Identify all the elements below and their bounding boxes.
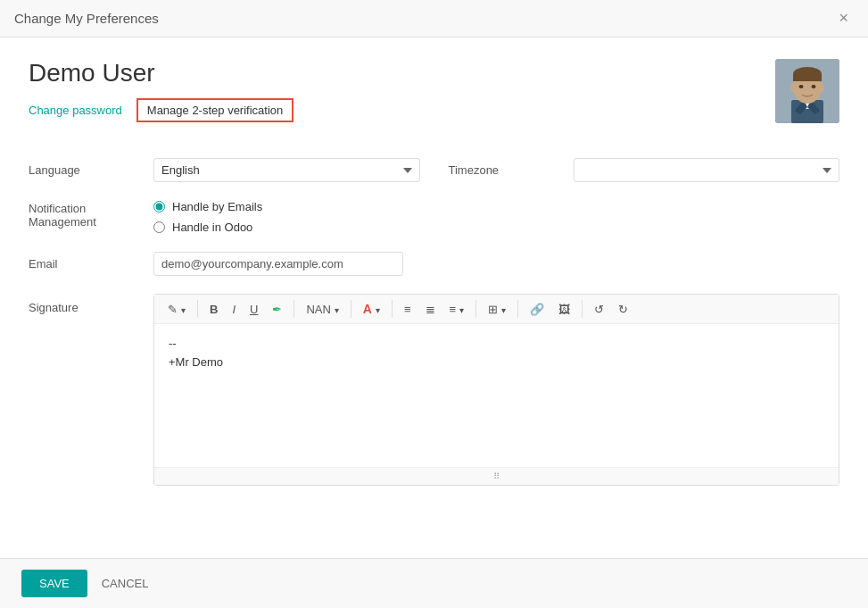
- timezone-label: Timezone: [449, 163, 574, 177]
- toolbar-separator-3: [351, 300, 351, 318]
- handle-emails-radio[interactable]: [153, 201, 165, 212]
- user-name: Demo User: [29, 59, 293, 87]
- timezone-select[interactable]: UTC US/Eastern US/Pacific Europe/London …: [574, 158, 840, 182]
- bold-button[interactable]: B: [203, 299, 224, 320]
- handle-odoo-option[interactable]: Handle in Odoo: [153, 221, 262, 234]
- nan-button[interactable]: NAN: [300, 299, 344, 320]
- editor-toolbar: ✎ B I U ✒ NAN: [154, 295, 839, 324]
- toolbar-separator-7: [582, 300, 583, 318]
- avatar-image: [775, 59, 839, 123]
- signature-label: Signature: [29, 294, 153, 314]
- modal-footer: SAVE CANCEL: [0, 558, 868, 608]
- timezone-col: Timezone UTC US/Eastern US/Pacific Europ…: [449, 158, 840, 182]
- language-timezone-row: Language English French German Spanish T…: [29, 158, 839, 182]
- toolbar-separator-5: [475, 300, 476, 318]
- font-color-chevron: [374, 303, 380, 316]
- handle-odoo-label: Handle in Odoo: [172, 221, 252, 234]
- action-links: Change password Manage 2-step verificati…: [29, 98, 293, 122]
- list-ol-button[interactable]: ≣: [419, 299, 442, 320]
- user-info: Demo User Change password Manage 2-step …: [29, 59, 293, 144]
- undo-button[interactable]: ↺: [588, 299, 610, 320]
- redo-icon: ↻: [618, 303, 628, 316]
- editor-resize-handle[interactable]: ⠿: [154, 467, 839, 485]
- language-label: Language: [29, 163, 153, 177]
- signature-line2: +Mr Demo: [169, 355, 223, 369]
- modal-title: Change My Preferences: [14, 11, 159, 26]
- image-icon: 🖼: [558, 303, 570, 316]
- svg-point-12: [812, 85, 816, 88]
- signature-editor: ✎ B I U ✒ NAN: [153, 294, 839, 486]
- change-password-link[interactable]: Change password: [29, 98, 122, 122]
- align-button[interactable]: ≡: [443, 299, 471, 320]
- avatar-svg: [775, 59, 839, 123]
- style-button[interactable]: ✎: [161, 299, 192, 320]
- list-ul-button[interactable]: ≡: [398, 299, 417, 320]
- font-color-icon: A: [363, 302, 372, 316]
- email-row: Email: [29, 252, 839, 276]
- font-color-button[interactable]: A: [357, 298, 386, 320]
- handle-emails-option[interactable]: Handle by Emails: [153, 200, 262, 213]
- notification-label: Notification Management: [29, 200, 153, 229]
- image-button[interactable]: 🖼: [552, 299, 576, 320]
- notification-options: Handle by Emails Handle in Odoo: [153, 200, 262, 234]
- close-button[interactable]: ×: [833, 7, 854, 29]
- table-chevron: [500, 303, 506, 316]
- nan-chevron: [333, 303, 339, 316]
- language-select[interactable]: English French German Spanish: [153, 158, 420, 182]
- pencil-icon: ✎: [168, 303, 178, 316]
- modal-body: Demo User Change password Manage 2-step …: [0, 37, 868, 558]
- list-ol-icon: ≣: [426, 303, 435, 316]
- align-icon: ≡: [450, 303, 457, 316]
- italic-button[interactable]: I: [226, 299, 242, 320]
- svg-rect-8: [793, 74, 822, 81]
- user-header: Demo User Change password Manage 2-step …: [29, 59, 839, 144]
- toolbar-separator-4: [392, 300, 393, 318]
- table-button[interactable]: ⊞: [482, 299, 512, 320]
- save-button[interactable]: SAVE: [21, 570, 87, 597]
- svg-point-10: [819, 83, 824, 92]
- underline-button[interactable]: U: [244, 299, 264, 320]
- handle-odoo-radio[interactable]: [153, 221, 165, 233]
- list-ul-icon: ≡: [404, 303, 411, 316]
- toolbar-separator-6: [517, 300, 518, 318]
- highlight-icon: ✒: [272, 303, 282, 316]
- handle-emails-label: Handle by Emails: [172, 200, 262, 213]
- avatar: [775, 59, 839, 123]
- link-icon: 🔗: [530, 303, 544, 316]
- language-col: Language English French German Spanish: [29, 158, 420, 182]
- nan-label: NAN: [306, 303, 330, 316]
- modal-header: Change My Preferences ×: [0, 0, 868, 37]
- language-control: English French German Spanish: [153, 158, 420, 182]
- preferences-modal: Change My Preferences × Demo User Change…: [0, 0, 868, 608]
- manage-2step-button[interactable]: Manage 2-step verification: [136, 98, 293, 122]
- redo-button[interactable]: ↻: [612, 299, 634, 320]
- toolbar-separator-1: [197, 300, 198, 318]
- table-icon: ⊞: [488, 303, 498, 316]
- align-chevron: [458, 303, 464, 316]
- link-button[interactable]: 🔗: [524, 299, 550, 320]
- svg-point-11: [799, 85, 804, 88]
- signature-line1: --: [169, 337, 177, 350]
- toolbar-separator-2: [293, 300, 294, 318]
- email-input[interactable]: [153, 252, 403, 276]
- notification-row: Notification Management Handle by Emails…: [29, 200, 839, 234]
- cancel-button[interactable]: CANCEL: [98, 570, 153, 597]
- form-section: Language English French German Spanish T…: [29, 158, 839, 486]
- email-label: Email: [29, 257, 153, 271]
- signature-row: Signature ✎ B I U ✒: [29, 294, 839, 486]
- undo-icon: ↺: [594, 303, 604, 316]
- signature-content[interactable]: -- +Mr Demo: [154, 324, 839, 467]
- highlight-button[interactable]: ✒: [266, 299, 288, 320]
- svg-point-9: [790, 83, 796, 92]
- style-chevron: [179, 303, 186, 316]
- timezone-control: UTC US/Eastern US/Pacific Europe/London …: [574, 158, 840, 182]
- resize-icon: ⠿: [493, 471, 500, 481]
